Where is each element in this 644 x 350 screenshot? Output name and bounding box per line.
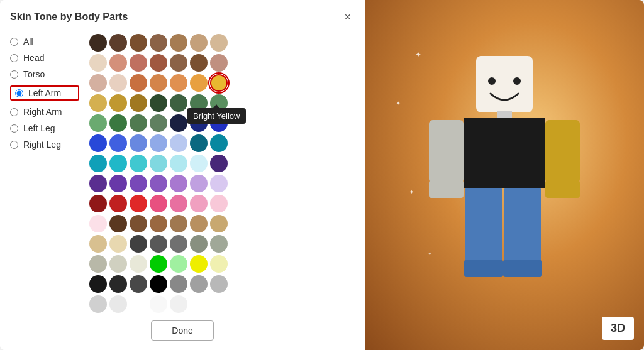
color-dot[interactable] — [130, 255, 147, 273]
radio-torso[interactable]: Torso — [10, 69, 79, 79]
color-dot[interactable] — [170, 295, 187, 313]
color-dot[interactable] — [109, 295, 127, 313]
color-dot[interactable] — [150, 134, 167, 152]
color-dot[interactable] — [170, 94, 187, 112]
radio-right-leg-input[interactable] — [10, 141, 18, 149]
color-dot[interactable] — [130, 215, 147, 232]
color-dot[interactable] — [170, 255, 187, 273]
color-dot[interactable] — [130, 34, 147, 52]
color-dot[interactable] — [190, 74, 208, 92]
color-dot[interactable] — [150, 215, 167, 232]
color-dot[interactable] — [190, 195, 208, 212]
color-dot[interactable] — [150, 34, 167, 52]
color-dot[interactable] — [89, 134, 107, 152]
color-dot[interactable] — [170, 215, 187, 232]
radio-all-input[interactable] — [10, 38, 18, 46]
color-dot[interactable] — [210, 175, 228, 192]
color-dot[interactable] — [210, 134, 228, 152]
color-dot[interactable] — [89, 235, 107, 253]
color-dot[interactable] — [190, 34, 208, 52]
color-dot[interactable] — [150, 114, 167, 132]
color-dot[interactable] — [150, 235, 167, 253]
color-dot[interactable] — [210, 94, 228, 112]
radio-left-arm[interactable]: Left Arm — [10, 85, 79, 101]
radio-left-arm-input[interactable] — [15, 89, 23, 97]
color-dot[interactable] — [150, 295, 167, 313]
color-dot[interactable] — [130, 195, 147, 212]
color-dot[interactable] — [109, 155, 127, 172]
color-dot[interactable] — [190, 255, 208, 273]
color-dot[interactable] — [210, 114, 228, 132]
color-dot[interactable] — [150, 94, 167, 112]
color-dot[interactable] — [210, 195, 228, 212]
color-dot[interactable] — [150, 275, 167, 293]
color-dot[interactable] — [109, 195, 127, 212]
color-dot[interactable] — [89, 94, 107, 112]
color-dot[interactable] — [190, 134, 208, 152]
color-dot[interactable] — [170, 235, 187, 253]
color-dot[interactable] — [109, 275, 127, 293]
color-dot[interactable] — [89, 255, 107, 273]
radio-right-leg[interactable]: Right Leg — [10, 139, 79, 150]
color-dot[interactable] — [210, 74, 228, 92]
color-dot[interactable] — [150, 74, 167, 92]
color-dot[interactable] — [190, 215, 208, 232]
color-dot[interactable] — [89, 155, 107, 172]
color-dot[interactable] — [190, 94, 208, 112]
color-dot[interactable] — [109, 34, 127, 52]
color-dot[interactable] — [130, 134, 147, 152]
color-dot[interactable] — [170, 54, 187, 72]
color-dot[interactable] — [190, 235, 208, 253]
color-dot[interactable] — [89, 74, 107, 92]
color-dot[interactable] — [109, 54, 127, 72]
color-dot[interactable] — [150, 54, 167, 72]
color-dot[interactable] — [109, 255, 127, 273]
close-button[interactable]: × — [340, 10, 355, 24]
radio-head-input[interactable] — [10, 54, 18, 62]
color-dot[interactable] — [130, 114, 147, 132]
color-dot[interactable] — [89, 275, 107, 293]
color-dot[interactable] — [190, 175, 208, 192]
color-dot[interactable] — [130, 94, 147, 112]
color-dot[interactable] — [190, 114, 208, 132]
color-dot[interactable] — [170, 74, 187, 92]
color-dot[interactable] — [170, 114, 187, 132]
color-dot[interactable] — [190, 275, 208, 293]
color-dot[interactable] — [130, 155, 147, 172]
color-dot[interactable] — [109, 215, 127, 232]
color-dot[interactable] — [170, 155, 187, 172]
color-dot[interactable] — [190, 155, 208, 172]
color-dot[interactable] — [150, 155, 167, 172]
color-dot[interactable] — [170, 195, 187, 212]
color-dot[interactable] — [109, 94, 127, 112]
radio-left-leg[interactable]: Left Leg — [10, 123, 79, 133]
color-dot[interactable] — [150, 175, 167, 192]
color-dot[interactable] — [89, 195, 107, 212]
color-dot[interactable] — [89, 34, 107, 52]
radio-left-leg-input[interactable] — [10, 124, 18, 133]
color-dot[interactable] — [89, 114, 107, 132]
color-dot[interactable] — [130, 235, 147, 253]
color-dot[interactable] — [170, 275, 187, 293]
color-dot[interactable] — [89, 215, 107, 232]
color-dot[interactable] — [190, 54, 208, 72]
color-dot[interactable] — [210, 275, 228, 293]
color-dot[interactable] — [210, 255, 228, 273]
color-dot[interactable] — [210, 235, 228, 253]
radio-head[interactable]: Head — [10, 53, 79, 63]
color-dot[interactable] — [89, 295, 107, 313]
color-dot[interactable] — [130, 275, 147, 293]
color-dot[interactable] — [170, 34, 187, 52]
color-dot[interactable] — [109, 235, 127, 253]
color-dot[interactable] — [130, 54, 147, 72]
color-dot[interactable] — [109, 134, 127, 152]
color-dot[interactable] — [130, 74, 147, 92]
color-dot[interactable] — [210, 34, 228, 52]
color-dot[interactable] — [109, 74, 127, 92]
radio-torso-input[interactable] — [10, 70, 18, 79]
radio-all[interactable]: All — [10, 36, 79, 46]
radio-right-arm[interactable]: Right Arm — [10, 107, 79, 117]
color-dot[interactable] — [89, 54, 107, 72]
color-dot[interactable] — [150, 195, 167, 212]
color-dot[interactable] — [109, 175, 127, 192]
